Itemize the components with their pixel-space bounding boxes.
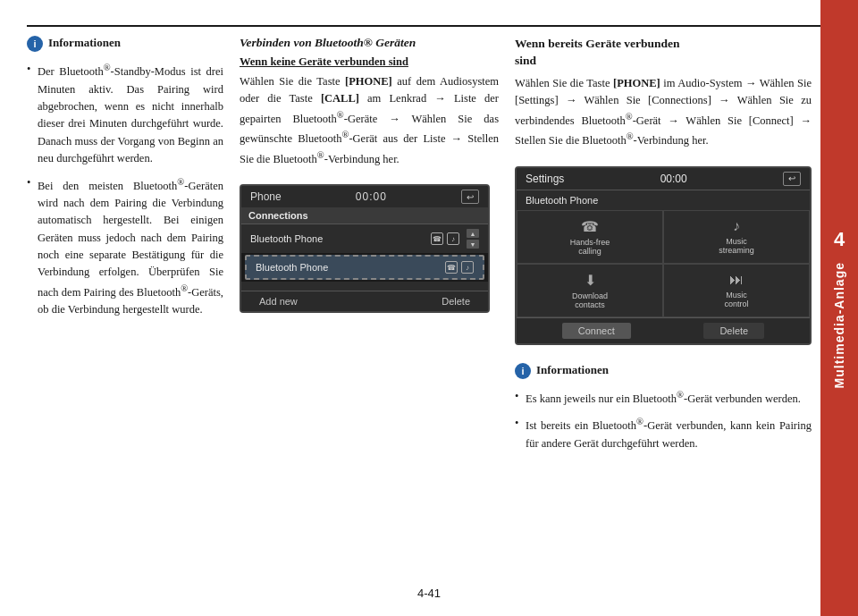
content-area: i Informationen Der Bluetooth®-Standby-M… [27,36,812,584]
phone-scroll-buttons: ▲ ▼ [467,229,479,249]
left-info-title: Informationen [48,36,121,50]
phone-icon-call: ☎ [431,232,443,245]
phone-ui-title: Phone [250,190,282,203]
phone-ui-time: 00:00 [356,190,387,203]
phone-list-item-2[interactable]: Bluetooth Phone ☎ ♪ [245,255,484,280]
phone-list-item-1[interactable]: Bluetooth Phone ☎ ♪ ▲ ▼ [241,224,488,253]
sidebar-tab: 4 Multimedia-Anlage [820,0,858,616]
phone-scroll-up[interactable]: ▲ [467,229,479,238]
left-column: i Informationen Der Bluetooth®-Standby-M… [27,36,223,584]
middle-sub-heading: Wenn keine Geräte verbunden sind [240,55,499,69]
right-bullet-list: Es kann jeweils nur ein Bluetooth®-Gerät… [515,388,812,460]
phone-connections-label: Connections [248,210,308,221]
settings-ui-title: Settings [526,173,564,185]
phone-ui-header: Phone 00:00 ↩ [241,186,488,207]
settings-ui-time: 00:00 [660,173,687,185]
right-paragraph: Wählen Sie die Taste [PHONE] im Audio-Sy… [515,75,812,150]
left-bullet-2: Bei den meisten Bluetooth®-Geräten wird … [27,174,223,318]
middle-section-heading: Verbinden von Bluetooth® Geräten [240,36,499,50]
top-border [27,25,820,27]
right-info-title: Informationen [536,363,609,377]
music-control-icon: ⏭ [729,272,744,288]
phone-back-button[interactable]: ↩ [461,190,479,204]
phone-footer: Add new Delete [241,291,488,311]
settings-grid-music: ♪ Musicstreaming [663,210,810,264]
page-number: 4-41 [417,586,441,600]
settings-connect-button[interactable]: Connect [562,323,631,339]
right-bullet-1: Es kann jeweils nur ein Bluetooth®-Gerät… [515,388,812,409]
settings-footer: Connect Delete [517,317,810,343]
middle-column: Verbinden von Bluetooth® Geräten Wenn ke… [240,36,499,584]
right-info-box: i Informationen [515,363,812,379]
phone-scroll-down[interactable]: ▼ [467,240,479,249]
phone-delete-button[interactable]: Delete [442,296,470,307]
settings-bt-phone-label: Bluetooth Phone [526,195,598,206]
settings-ui-header: Settings 00:00 ↩ [517,168,810,190]
settings-bt-phone-row: Bluetooth Phone [517,190,810,210]
info-icon-left: i [27,36,43,52]
phone-icon-music: ♪ [447,232,459,245]
handsfree-label: Hands-freecalling [570,238,610,256]
left-info-box: i Informationen [27,36,223,52]
left-bullet-list: Der Bluetooth®-Standby-Modus ist drei Mi… [27,61,223,326]
settings-grid: ☎ Hands-freecalling ♪ Musicstreaming ⬇ D… [517,210,810,317]
phone-ui-mockup: Phone 00:00 ↩ Connections Bluetooth Phon… [240,184,490,313]
phone-connections-row: Connections [241,207,488,224]
phone-list-item-2-label: Bluetooth Phone [256,262,328,273]
phone-list-item-1-label: Bluetooth Phone [250,233,323,244]
left-bullet-1: Der Bluetooth®-Standby-Modus ist drei Mi… [27,61,223,167]
phone-icon-call-2: ☎ [445,261,458,274]
music-label: Musicstreaming [719,237,754,255]
settings-grid-download: ⬇ Downloadcontacts [517,264,663,317]
right-bullet-2: Ist bereits ein Bluetooth®-Gerät verbund… [515,415,812,452]
phone-icon-music-2: ♪ [461,261,474,274]
settings-grid-handsfree: ☎ Hands-freecalling [517,210,663,264]
music-control-label: Musiccontrol [724,291,748,308]
download-label: Downloadcontacts [572,291,608,309]
handsfree-icon: ☎ [581,218,599,235]
right-section-heading: Wenn bereits Geräte verbunden sind [515,36,812,70]
music-icon: ♪ [733,218,740,234]
sidebar-tab-number: 4 [834,228,845,251]
settings-delete-button[interactable]: Delete [703,323,764,339]
settings-back-button[interactable]: ↩ [783,172,801,186]
middle-paragraph: Wählen Sie die Taste [PHONE] auf dem Aud… [240,73,499,168]
info-icon-right: i [515,363,531,379]
settings-ui-mockup: Settings 00:00 ↩ Bluetooth Phone ☎ Hands… [515,166,812,345]
sidebar-tab-label: Multimedia-Anlage [832,262,846,388]
download-icon: ⬇ [585,272,596,289]
phone-add-new-button[interactable]: Add new [259,296,298,307]
settings-grid-control: ⏭ Musiccontrol [663,264,810,317]
right-column: Wenn bereits Geräte verbunden sind Wähle… [515,36,812,584]
